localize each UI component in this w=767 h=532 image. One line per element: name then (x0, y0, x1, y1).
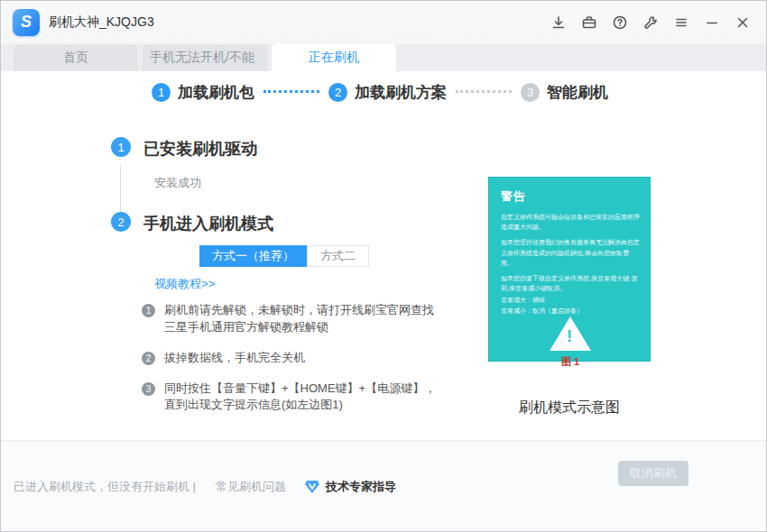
close-button[interactable] (734, 14, 752, 32)
video-tutorial-link[interactable]: 视频教程>> (154, 276, 215, 292)
diamond-v-icon (304, 480, 320, 494)
instruction-item: 2 拔掉数据线，手机完全关机 (142, 350, 443, 367)
step2-badge: 2 (111, 212, 131, 232)
cancel-flash-button[interactable]: 取消刷机 (618, 461, 688, 486)
method-switcher: 方式一（推荐） 方式二 (199, 245, 369, 267)
warning-title: 警告 (501, 188, 640, 205)
step-connector-line (120, 165, 121, 212)
expert-guidance-label: 技术专家指导 (326, 479, 396, 495)
instruction-num: 3 (142, 382, 155, 396)
volume-down-line: 音量减小：取消（重启设备） (501, 306, 640, 316)
instruction-num: 1 (142, 304, 155, 317)
instruction-item: 3 同时按住【音量下键】+【HOME键】+【电源键】，直到出现文字提示信息(如左… (142, 381, 443, 415)
instruction-text: 拔掉数据线，手机完全关机 (164, 350, 305, 367)
faq-link[interactable]: 常见刷机问题 (216, 479, 286, 495)
volume-up-line: 音量增大：继续 (501, 295, 640, 306)
window-title: 刷机大神_KJQJG3 (49, 14, 154, 31)
wizard-step3-label: 智能刷机 (547, 82, 608, 103)
footer-links: 已进入刷机模式，但没有开始刷机 | 常见刷机问题 技术专家指导 (14, 479, 396, 495)
menu-icon[interactable] (672, 14, 690, 32)
warning-paragraph: 自定义操作系统可能会给设备和已安装的应用程序造成重大问题。 (501, 212, 640, 232)
wizard-progress: 1 加载刷机包 2 加载刷机方案 3 智能刷机 (1, 82, 766, 103)
toolbox-icon[interactable] (580, 14, 598, 32)
tab-phone-wont-boot[interactable]: 手机无法开机/不能 (143, 44, 267, 71)
instruction-text: 同时按住【音量下键】+【HOME键】+【电源键】，直到出现文字提示信息(如左边图… (164, 381, 443, 415)
exclamation-mark: ! (567, 327, 572, 346)
footer-bar: 已进入刷机模式，但没有开始刷机 | 常见刷机问题 技术专家指导 取消刷机 (1, 440, 766, 532)
wizard-step1-badge: 1 (152, 83, 171, 102)
tab-bar: 首页 手机无法开机/不能 正在刷机 (1, 44, 766, 71)
app-window: S 刷机大神_KJQJG3 (0, 0, 767, 532)
wizard-dots-1 (263, 90, 319, 93)
main-content: 1 加载刷机包 2 加载刷机方案 3 智能刷机 1 已安装刷机驱动 安装成功 2… (1, 71, 766, 440)
titlebar-actions (550, 14, 766, 32)
step1-badge: 1 (111, 137, 131, 157)
wizard-step2-badge: 2 (328, 83, 347, 102)
method-two-button[interactable]: 方式二 (307, 245, 369, 267)
warning-paragraph: 如果您仍要下载自定义操作系统,按音量增大键,否则,按音量减小键取消。 (501, 273, 640, 293)
instruction-item: 1 刷机前请先解锁，未解锁时，请打开线刷宝官网查找三星手机通用官方解锁教程解锁 (142, 302, 443, 336)
wrench-icon[interactable] (642, 14, 660, 32)
instruction-text: 刷机前请先解锁，未解锁时，请打开线刷宝官网查找三星手机通用官方解锁教程解锁 (164, 302, 443, 336)
logo-glyph: S (21, 13, 32, 32)
download-mode-screenshot: 警告 自定义操作系统可能会给设备和已安装的应用程序造成重大问题。 如果您坚持使用… (488, 177, 651, 362)
method-one-button[interactable]: 方式一（推荐） (199, 245, 307, 267)
flash-status-text: 已进入刷机模式，但没有开始刷机 | (14, 479, 196, 495)
wizard-dots-2 (456, 90, 512, 93)
wizard-step3-badge: 3 (521, 83, 540, 102)
minimize-button[interactable] (703, 14, 721, 32)
figure-1-label: 图 1 (561, 355, 579, 369)
step1-title: 已安装刷机驱动 (143, 138, 257, 160)
step2-title: 手机进入刷机模式 (143, 213, 273, 234)
expert-guidance-link[interactable]: 技术专家指导 (304, 479, 396, 495)
tab-home[interactable]: 首页 (14, 44, 138, 71)
driver-install-status: 安装成功 (154, 175, 201, 191)
warning-triangle-area: ! 图 1 (501, 316, 640, 369)
instruction-list: 1 刷机前请先解锁，未解锁时，请打开线刷宝官网查找三星手机通用官方解锁教程解锁 … (142, 302, 443, 417)
help-icon[interactable] (611, 14, 629, 32)
wizard-step1-label: 加载刷机包 (178, 82, 254, 103)
warning-triangle-icon: ! (550, 316, 591, 351)
warning-paragraph: 如果您坚持使用我们的售后服务将无法解决由自定义操作系统造成的问题或缺陷,将会向您… (501, 237, 640, 268)
wizard-step2-label: 加载刷机方案 (355, 82, 447, 103)
instruction-num: 2 (142, 352, 155, 365)
tab-flashing[interactable]: 正在刷机 (272, 44, 396, 71)
app-logo-icon: S (13, 9, 40, 36)
title-bar: S 刷机大神_KJQJG3 (1, 1, 766, 44)
download-icon[interactable] (550, 14, 568, 32)
figure-caption: 刷机模式示意图 (488, 399, 651, 417)
